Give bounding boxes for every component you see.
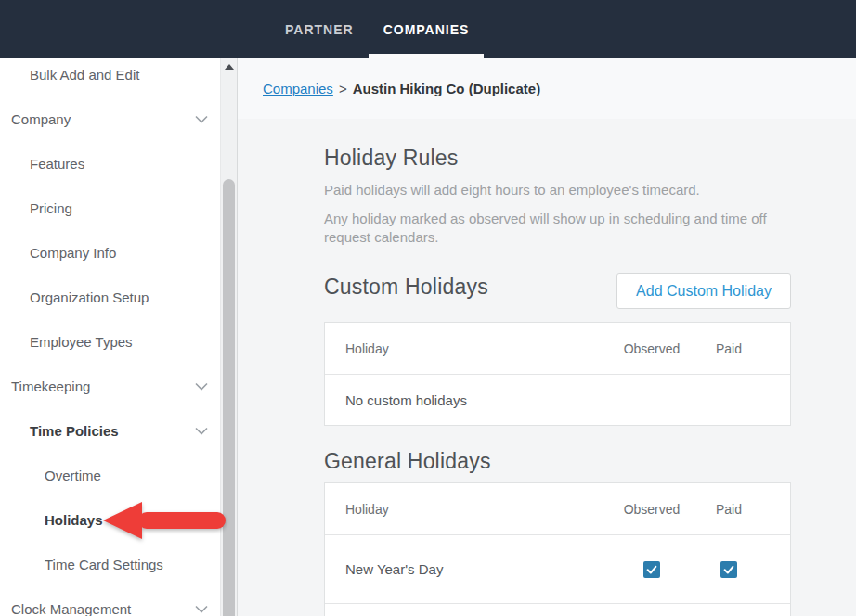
- page-title: Holiday Rules: [324, 146, 791, 171]
- scrollbar-thumb[interactable]: [223, 179, 235, 616]
- sidebar-scrollbar[interactable]: [220, 58, 238, 616]
- table-row-new-years-day: New Year's Day: [325, 535, 790, 604]
- sidebar-item-organization-setup[interactable]: Organization Setup: [0, 275, 220, 319]
- chevron-down-icon: [195, 605, 208, 613]
- observed-checkbox[interactable]: [643, 561, 660, 578]
- holiday-rules-description-1: Paid holidays will add eight hours to an…: [324, 181, 791, 200]
- sidebar-item-label: Company: [11, 111, 71, 127]
- sidebar-item-label: Clock Management: [11, 601, 131, 616]
- paid-checkbox[interactable]: [720, 561, 737, 578]
- sidebar-item-label: Bulk Add and Edit: [30, 67, 139, 83]
- sidebar-item-label: Employee Types: [30, 334, 133, 350]
- column-header-holiday: Holiday: [325, 341, 611, 356]
- empty-state-text: No custom holidays: [325, 392, 765, 408]
- sidebar-item-bulk-add-and-edit[interactable]: Bulk Add and Edit: [0, 58, 220, 96]
- main-content: Companies > Austin Hiking Co (Duplicate)…: [238, 58, 856, 616]
- holiday-name: New Year's Day: [325, 561, 611, 577]
- sidebar-item-label: Time Policies: [30, 423, 119, 439]
- general-holidays-table: Holiday Observed Paid New Year's Day: [324, 482, 791, 616]
- sidebar-item-label: Organization Setup: [30, 289, 149, 305]
- scroll-up-button[interactable]: [221, 58, 237, 74]
- sidebar-item-time-policies[interactable]: Time Policies: [0, 408, 220, 453]
- sidebar-item-label: Overtime: [45, 468, 101, 483]
- column-header-observed: Observed: [611, 502, 693, 517]
- checkmark-icon: [645, 563, 658, 576]
- sidebar-item-company-info[interactable]: Company Info: [0, 230, 220, 275]
- column-header-holiday: Holiday: [325, 502, 611, 517]
- sidebar-item-clock-management[interactable]: Clock Management: [0, 586, 220, 616]
- sidebar-item-features[interactable]: Features: [0, 141, 220, 186]
- add-custom-holiday-button[interactable]: Add Custom Holiday: [616, 273, 791, 309]
- chevron-down-icon: [195, 115, 208, 123]
- chevron-down-icon: [195, 427, 208, 435]
- sidebar-item-label: Timekeeping: [11, 379, 90, 394]
- sidebar-item-overtime[interactable]: Overtime: [0, 453, 220, 497]
- chevron-down-icon: [195, 382, 208, 391]
- top-navigation-bar: PARTNER COMPANIES: [0, 0, 856, 58]
- sidebar-item-holidays[interactable]: Holidays: [0, 497, 220, 542]
- sidebar-item-pricing[interactable]: Pricing: [0, 186, 220, 230]
- sidebar-item-label: Features: [30, 156, 84, 172]
- holiday-settings-panel: Holiday Rules Paid holidays will add eig…: [324, 146, 791, 616]
- top-tabs: PARTNER COMPANIES: [270, 0, 856, 58]
- table-header-row: Holiday Observed Paid: [325, 323, 790, 375]
- sidebar-item-label: Holidays: [45, 512, 103, 528]
- tab-companies-label: COMPANIES: [383, 22, 470, 37]
- breadcrumb-separator: >: [339, 81, 347, 96]
- custom-holidays-title: Custom Holidays: [324, 275, 488, 300]
- sidebar-navigation: Bulk Add and Edit Company Features Prici…: [0, 58, 220, 616]
- tab-companies[interactable]: COMPANIES: [369, 0, 485, 58]
- breadcrumb-companies-link[interactable]: Companies: [263, 81, 333, 96]
- sidebar-item-timekeeping[interactable]: Timekeeping: [0, 364, 220, 408]
- column-header-paid: Paid: [693, 341, 765, 356]
- table-header-row: Holiday Observed Paid: [325, 483, 790, 535]
- sidebar-item-label: Pricing: [30, 200, 72, 216]
- breadcrumb: Companies > Austin Hiking Co (Duplicate): [238, 58, 856, 119]
- sidebar-item-employee-types[interactable]: Employee Types: [0, 319, 220, 364]
- up-arrow-icon: [225, 64, 234, 70]
- holiday-rules-description-2: Any holiday marked as observed will show…: [324, 210, 791, 248]
- checkmark-icon: [722, 563, 735, 576]
- breadcrumb-current-page: Austin Hiking Co (Duplicate): [353, 81, 541, 96]
- general-holidays-title: General Holidays: [324, 449, 791, 474]
- sidebar-item-company[interactable]: Company: [0, 96, 220, 141]
- sidebar-item-time-card-settings[interactable]: Time Card Settings: [0, 542, 220, 586]
- table-row-empty: No custom holidays: [325, 375, 790, 425]
- sidebar-item-label: Time Card Settings: [45, 557, 163, 572]
- custom-holidays-header: Custom Holidays Add Custom Holiday: [324, 273, 791, 309]
- sidebar-item-label: Company Info: [30, 245, 116, 261]
- table-row-partial: [325, 604, 790, 616]
- custom-holidays-table: Holiday Observed Paid No custom holidays: [324, 322, 791, 426]
- sidebar-list: Bulk Add and Edit Company Features Prici…: [0, 58, 220, 616]
- column-header-observed: Observed: [611, 341, 693, 356]
- tab-partner[interactable]: PARTNER: [270, 0, 369, 58]
- tab-partner-label: PARTNER: [285, 22, 354, 37]
- column-header-paid: Paid: [693, 502, 765, 517]
